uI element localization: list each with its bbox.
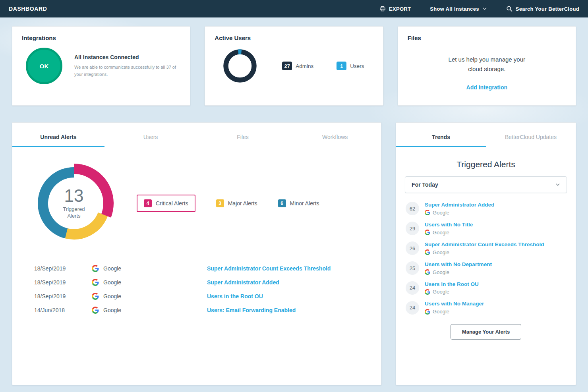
minor-label: Minor Alerts bbox=[290, 200, 319, 207]
trend-source: Google bbox=[425, 249, 544, 255]
legend-major-alerts[interactable]: 3 Major Alerts bbox=[216, 199, 257, 207]
alert-row: 14/Jun/2018 Google Users: Email Forwardi… bbox=[34, 307, 381, 314]
tab-trends[interactable]: Trends bbox=[396, 134, 486, 147]
legend-critical-alerts[interactable]: 4 Critical Alerts bbox=[137, 195, 195, 212]
active-users-card-title: Active Users bbox=[215, 35, 373, 41]
alert-row: 18/Sep/2019 Google Super Administrator C… bbox=[34, 265, 381, 272]
integrations-status: OK All Instances Connected We are able t… bbox=[22, 48, 180, 84]
alert-title-link[interactable]: Users in the Root OU bbox=[207, 293, 381, 299]
alert-date: 18/Sep/2019 bbox=[34, 293, 92, 299]
integrations-text: All Instances Connected We are able to c… bbox=[74, 54, 180, 77]
dashboard-content: Integrations OK All Instances Connected … bbox=[0, 17, 588, 385]
tab-unread-alerts[interactable]: Unread Alerts bbox=[12, 134, 104, 147]
trend-title-link[interactable]: Super Administrator Added bbox=[425, 202, 494, 209]
donut-label-line1: Triggered bbox=[63, 206, 85, 213]
trend-source-label: Google bbox=[433, 269, 449, 275]
alert-source: Google bbox=[92, 279, 207, 286]
admins-count-badge: 27 bbox=[282, 62, 292, 70]
trend-source: Google bbox=[425, 289, 479, 295]
trend-source-label: Google bbox=[433, 210, 449, 216]
major-count-badge: 3 bbox=[216, 199, 224, 207]
instances-dropdown[interactable]: Show All Instances bbox=[430, 6, 487, 12]
tab-workflows[interactable]: Workflows bbox=[289, 134, 381, 147]
trend-list: 62 Super Administrator Added Google 29 U… bbox=[396, 199, 576, 315]
trend-count: 29 bbox=[406, 222, 419, 235]
trend-text: Super Administrator Count Exceeds Thresh… bbox=[425, 241, 544, 255]
global-search-label: Search Your BetterCloud bbox=[516, 6, 579, 12]
trend-title-link[interactable]: Users with No Manager bbox=[425, 301, 484, 307]
files-card: Files Let us help you manage your cloud … bbox=[398, 26, 576, 106]
integrations-card-title: Integrations bbox=[22, 35, 180, 41]
trend-source-label: Google bbox=[433, 289, 449, 295]
alert-title-link[interactable]: Super Administrator Added bbox=[207, 279, 381, 286]
files-card-title: Files bbox=[408, 35, 566, 41]
active-users-donut-svg bbox=[221, 47, 259, 85]
alert-title-link[interactable]: Users: Email Forwarding Enabled bbox=[207, 307, 381, 313]
tab-files[interactable]: Files bbox=[197, 134, 289, 147]
trend-source: Google bbox=[425, 309, 484, 315]
trend-item: 29 Users with No Title Google bbox=[406, 222, 566, 236]
tab-users[interactable]: Users bbox=[104, 134, 197, 147]
trend-count: 62 bbox=[406, 202, 419, 215]
trend-item: 26 Super Administrator Count Exceeds Thr… bbox=[406, 241, 566, 255]
users-label: Users bbox=[350, 63, 364, 69]
trend-text: Users with No Title Google bbox=[425, 222, 473, 236]
minor-count-badge: 6 bbox=[278, 199, 286, 207]
trend-source: Google bbox=[425, 210, 494, 216]
export-label: EXPORT bbox=[389, 6, 411, 12]
integrations-heading: All Instances Connected bbox=[74, 54, 180, 60]
trend-item: 24 Users with No Manager Google bbox=[406, 301, 566, 315]
trends-filter-dropdown[interactable]: For Today bbox=[405, 176, 567, 193]
printer-icon bbox=[379, 6, 386, 12]
alerts-donut-section: 13 Triggered Alerts 4 Critical Alerts 3 … bbox=[34, 164, 381, 243]
trends-heading: Triggered Alerts bbox=[396, 160, 576, 169]
admins-stat: 27 Admins bbox=[282, 62, 313, 70]
users-stat: 1 Users bbox=[337, 62, 364, 70]
trend-text: Users in the Root OU Google bbox=[425, 281, 479, 295]
alert-source: Google bbox=[92, 265, 207, 272]
trend-count: 24 bbox=[406, 281, 419, 295]
major-label: Major Alerts bbox=[228, 200, 257, 207]
tab-bettercloud-updates[interactable]: BetterCloud Updates bbox=[486, 134, 576, 147]
google-icon bbox=[92, 293, 99, 300]
page-title: DASHBOARD bbox=[9, 6, 47, 12]
legend-minor-alerts[interactable]: 6 Minor Alerts bbox=[278, 199, 319, 207]
trend-item: 24 Users in the Root OU Google bbox=[406, 281, 566, 295]
trend-title-link[interactable]: Super Administrator Count Exceeds Thresh… bbox=[425, 241, 544, 248]
google-icon bbox=[425, 230, 430, 235]
status-ok-circle: OK bbox=[26, 48, 62, 84]
trend-item: 25 Users with No Department Google bbox=[406, 261, 566, 275]
topbar-actions: EXPORT Show All Instances Search Your Be… bbox=[379, 6, 579, 12]
alert-row: 18/Sep/2019 Google Super Administrator A… bbox=[34, 279, 381, 286]
trend-item: 62 Super Administrator Added Google bbox=[406, 202, 566, 216]
add-integration-link[interactable]: Add Integration bbox=[408, 84, 566, 91]
triggered-alerts-donut-chart: 13 Triggered Alerts bbox=[34, 164, 114, 243]
google-icon bbox=[92, 307, 99, 314]
files-message-line1: Let us help you manage your bbox=[408, 55, 566, 64]
chevron-down-icon bbox=[555, 182, 560, 187]
integrations-card: Integrations OK All Instances Connected … bbox=[12, 26, 190, 106]
alerts-table: 18/Sep/2019 Google Super Administrator C… bbox=[34, 265, 381, 314]
chevron-down-icon bbox=[482, 6, 487, 11]
trend-source: Google bbox=[425, 230, 473, 236]
search-icon bbox=[506, 6, 513, 12]
google-icon bbox=[425, 210, 430, 215]
admins-label: Admins bbox=[296, 63, 313, 69]
manage-your-alerts-button[interactable]: Manage Your Alerts bbox=[451, 324, 521, 340]
alert-source-label: Google bbox=[103, 265, 121, 272]
topbar: DASHBOARD EXPORT Show All Instances Sear… bbox=[0, 0, 588, 17]
active-users-card: Active Users 27 Admins 1 Users bbox=[205, 26, 383, 106]
users-count-badge: 1 bbox=[337, 62, 346, 70]
trend-source-label: Google bbox=[433, 230, 449, 236]
detail-cards-row: Unread Alerts Users Files Workflows bbox=[12, 122, 576, 385]
trend-title-link[interactable]: Users in the Root OU bbox=[425, 281, 479, 288]
trends-filter-value: For Today bbox=[412, 182, 438, 188]
alert-title-link[interactable]: Super Administrator Count Exceeds Thresh… bbox=[207, 265, 381, 272]
alert-date: 18/Sep/2019 bbox=[34, 279, 92, 286]
trend-title-link[interactable]: Users with No Department bbox=[425, 261, 492, 268]
google-icon bbox=[92, 265, 99, 272]
global-search-button[interactable]: Search Your BetterCloud bbox=[506, 6, 579, 12]
triggered-alerts-total: 13 bbox=[64, 187, 84, 205]
export-button[interactable]: EXPORT bbox=[379, 6, 411, 12]
trend-title-link[interactable]: Users with No Title bbox=[425, 222, 473, 228]
